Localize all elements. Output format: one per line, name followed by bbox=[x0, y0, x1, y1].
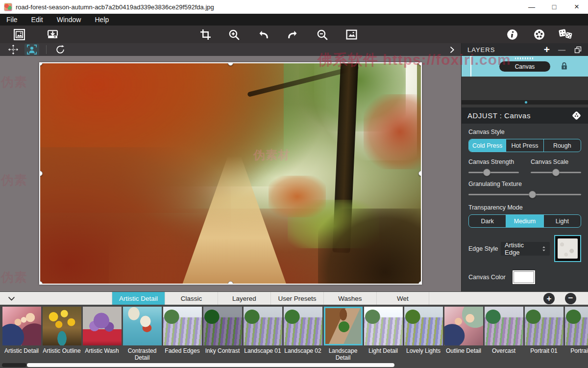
menu-edit[interactable]: Edit bbox=[24, 14, 50, 26]
add-preset-button[interactable]: + bbox=[543, 293, 555, 304]
info-icon bbox=[506, 28, 518, 41]
selection-handle-middle-right[interactable] bbox=[418, 171, 422, 176]
menu-bar: File Edit Window Help bbox=[0, 14, 588, 26]
close-button[interactable]: × bbox=[565, 0, 588, 14]
transparency-mode-label: Transparency Mode bbox=[468, 204, 581, 211]
tab-label: Layered bbox=[232, 295, 256, 302]
preset-item[interactable]: Landscape 02 bbox=[283, 305, 323, 361]
granulating-texture-slider[interactable] bbox=[468, 190, 581, 198]
preset-item[interactable]: Artistic Wash bbox=[82, 305, 122, 361]
portrait-select-tool-button[interactable] bbox=[24, 44, 39, 55]
selection-handle-bottom-right[interactable] bbox=[418, 281, 422, 285]
move-icon bbox=[8, 44, 19, 55]
edge-style-label: Edge Style bbox=[468, 245, 501, 252]
layers-scrollbar[interactable] bbox=[462, 100, 588, 105]
zoom-out-button[interactable] bbox=[315, 27, 329, 41]
watermark-side: 伪素 bbox=[1, 74, 27, 91]
segment-option-hot-press[interactable]: Hot Press bbox=[506, 139, 543, 152]
canvas-color-swatch[interactable] bbox=[513, 270, 535, 284]
preset-label: Lovely Lights bbox=[404, 348, 442, 355]
export-button[interactable] bbox=[45, 27, 60, 41]
preset-thumbnail bbox=[324, 307, 363, 345]
edge-style-dropdown[interactable]: Artistic Edge bbox=[501, 242, 550, 256]
layer-name-pill[interactable]: Canvas bbox=[499, 61, 550, 72]
info-button[interactable] bbox=[505, 27, 519, 41]
canvas-scale-slider[interactable] bbox=[531, 168, 581, 176]
menu-window[interactable]: Window bbox=[50, 14, 88, 26]
undo-button[interactable] bbox=[256, 27, 270, 41]
maximize-button[interactable]: □ bbox=[543, 0, 565, 14]
preset-item[interactable]: Light Detail bbox=[363, 305, 403, 361]
preset-tab[interactable]: Layered bbox=[218, 292, 270, 305]
preset-item[interactable]: Artistic Detail bbox=[1, 305, 42, 361]
preset-item[interactable]: Contrasted Detail bbox=[122, 305, 162, 361]
new-image-button[interactable] bbox=[12, 27, 26, 41]
edge-texture-thumbnail[interactable] bbox=[554, 235, 581, 262]
tab-label: Washes bbox=[338, 295, 362, 302]
photo-canvas[interactable]: 伪素材 bbox=[39, 62, 422, 285]
redo-button[interactable] bbox=[285, 27, 300, 41]
preset-tab[interactable]: Washes bbox=[323, 292, 376, 305]
preset-item[interactable]: Artistic Outline bbox=[42, 305, 82, 361]
menu-file[interactable]: File bbox=[0, 14, 24, 26]
preset-label: Landscape 01 bbox=[244, 348, 282, 355]
preset-item[interactable]: Landscape Detail bbox=[323, 305, 363, 361]
preset-tab[interactable]: Artistic Detail bbox=[112, 292, 165, 305]
preset-item[interactable]: Landscape 01 bbox=[243, 305, 283, 361]
slider-thumb[interactable] bbox=[552, 169, 560, 176]
add-layer-button[interactable]: + bbox=[544, 45, 550, 54]
layer-drag-dots-icon[interactable] bbox=[515, 57, 535, 59]
preset-tab[interactable]: Classic bbox=[165, 292, 218, 305]
preset-item[interactable]: Portrait 02 bbox=[564, 305, 588, 361]
tab-label: Classic bbox=[181, 295, 202, 302]
remove-preset-button[interactable]: − bbox=[565, 293, 576, 304]
strip-scrollbar-thumb[interactable] bbox=[27, 363, 394, 367]
main-toolbar: 佛系软件 https://foxiri.com bbox=[0, 26, 588, 43]
preset-label: Overcast bbox=[485, 348, 523, 355]
remove-layer-button[interactable]: — bbox=[558, 46, 565, 54]
panel-collapse-button[interactable] bbox=[446, 44, 458, 55]
minimize-button[interactable]: — bbox=[520, 0, 543, 14]
slider-thumb[interactable] bbox=[483, 169, 490, 176]
window-title: road-forest-season-autumn-acb7a2b0419ad3… bbox=[16, 3, 214, 11]
preset-tab[interactable]: User Presets bbox=[270, 292, 323, 305]
duplicate-layer-button[interactable] bbox=[574, 46, 582, 54]
preset-tab[interactable]: Wet bbox=[376, 292, 429, 305]
segment-option-dark[interactable]: Dark bbox=[469, 215, 506, 227]
preset-label: Inky Contrast bbox=[203, 348, 242, 355]
tab-label: Wet bbox=[397, 295, 409, 302]
preset-item[interactable]: Faded Edges bbox=[162, 305, 202, 361]
layer-row-canvas[interactable]: Canvas bbox=[462, 56, 588, 77]
preset-items: Artistic Detail Artistic Outline Artisti… bbox=[0, 305, 588, 361]
selection-handle-top-right[interactable] bbox=[418, 62, 422, 66]
crop-button[interactable] bbox=[198, 27, 213, 41]
segment-option-light[interactable]: Light bbox=[543, 215, 581, 227]
segment-option-rough[interactable]: Rough bbox=[543, 139, 581, 152]
preset-item[interactable]: Lovely Lights bbox=[403, 305, 443, 361]
slider-thumb[interactable] bbox=[529, 191, 536, 198]
segment-option-cold-press[interactable]: Cold Press bbox=[469, 139, 506, 152]
zoom-in-button[interactable] bbox=[226, 27, 241, 41]
move-tool-button[interactable] bbox=[6, 44, 21, 55]
canvas-style-label: Canvas Style bbox=[468, 129, 581, 135]
randomize-button[interactable] bbox=[558, 27, 574, 41]
preset-item[interactable]: Inky Contrast bbox=[202, 305, 243, 361]
rotate-tool-button[interactable] bbox=[53, 44, 68, 55]
selection-handle-bottom-middle[interactable] bbox=[228, 281, 233, 285]
settings-button[interactable] bbox=[532, 27, 546, 41]
strip-scrollbar-track[interactable] bbox=[2, 363, 26, 367]
menu-help[interactable]: Help bbox=[88, 14, 116, 26]
preset-item[interactable]: Outline Detail bbox=[443, 305, 484, 361]
photo-dark-mound bbox=[318, 209, 422, 285]
portrait-select-icon bbox=[26, 44, 37, 55]
layer-lock-button[interactable] bbox=[559, 61, 569, 71]
preset-thumbnail bbox=[444, 307, 483, 345]
preset-thumbnail bbox=[83, 307, 122, 345]
preset-item[interactable]: Overcast bbox=[484, 305, 524, 361]
adjust-randomize-button[interactable] bbox=[571, 110, 582, 121]
preset-item[interactable]: Portrait 01 bbox=[524, 305, 564, 361]
preview-button[interactable] bbox=[344, 27, 359, 41]
strip-collapse-button[interactable] bbox=[5, 293, 18, 304]
segment-option-medium[interactable]: Medium bbox=[506, 215, 543, 227]
canvas-strength-slider[interactable] bbox=[468, 168, 519, 176]
